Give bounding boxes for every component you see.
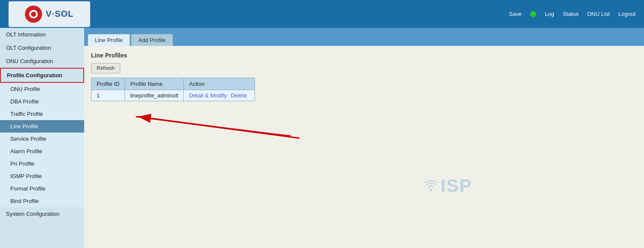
profile-table: Profile ID Profile Name Action 1 linepro… [91, 78, 255, 101]
sidebar-item-igmp-profile[interactable]: IGMP Profile [0, 170, 84, 182]
sidebar-group-profile-configuration[interactable]: Profile Configuration [0, 68, 84, 83]
sidebar-item-format-profile[interactable]: Format Profile [0, 182, 84, 195]
cell-action: Detail & Modify Delete [184, 90, 255, 101]
cell-profile-name: lineprofile_adminolt [125, 90, 184, 101]
cell-profile-id: 1 [91, 90, 125, 101]
onu-list-link[interactable]: ONU List [587, 11, 610, 17]
sidebar-item-traffic-profile[interactable]: Traffic Profile [0, 108, 84, 120]
wifi-icon [423, 179, 439, 192]
sidebar-item-alarm-profile[interactable]: Alarm Profile [0, 145, 84, 157]
tab-add-profile[interactable]: Add Profile [131, 34, 173, 46]
sidebar-item-olt-information[interactable]: OLT Information [0, 28, 84, 41]
annotation-arrow [84, 46, 644, 248]
sidebar-item-pri-profile[interactable]: Pri Profile [0, 157, 84, 170]
main-content: Line Profile Add Profile Line Profiles R [84, 28, 644, 248]
logout-link[interactable]: Logout [618, 11, 635, 17]
svg-point-2 [430, 189, 432, 191]
table-row: 1 lineprofile_adminolt Detail & Modify D… [91, 90, 255, 101]
delete-link[interactable]: Delete [231, 92, 247, 99]
sidebar-item-system-configuration[interactable]: System Configuration [0, 207, 84, 221]
section-title: Line Profiles [91, 52, 637, 59]
tab-bar: Line Profile Add Profile [84, 28, 644, 46]
sidebar-item-dba-profile[interactable]: DBA Profile [0, 95, 84, 108]
isp-watermark: ISP [423, 175, 472, 196]
sidebar-item-olt-configuration[interactable]: OLT Configuration [0, 41, 84, 54]
sidebar-item-service-profile[interactable]: Service Profile [0, 133, 84, 145]
col-header-action: Action [184, 78, 255, 90]
col-header-profile-id: Profile ID [91, 78, 125, 90]
col-header-profile-name: Profile Name [125, 78, 184, 90]
tab-line-profile[interactable]: Line Profile [88, 34, 130, 46]
status-indicator [530, 11, 536, 17]
sidebar: OLT Information OLT Configuration ONU Co… [0, 28, 84, 248]
header-links: Log Status ONU List Logout [545, 11, 635, 17]
content-area: Line Profiles Refresh Profile ID Profile… [84, 46, 644, 248]
save-button[interactable]: Save [509, 11, 522, 17]
sidebar-item-bind-profile[interactable]: Bind Profile [0, 195, 84, 207]
sidebar-item-onu-profile[interactable]: ONU Profile [0, 83, 84, 95]
isp-text: ISP [440, 175, 472, 196]
detail-modify-link[interactable]: Detail & Modify [189, 92, 226, 99]
vsol-logo-icon [25, 6, 42, 23]
status-link[interactable]: Status [563, 11, 579, 17]
logo-area: V·SOL [9, 1, 90, 27]
logo-text: V·SOL [46, 9, 73, 19]
sidebar-item-line-profile[interactable]: Line Profile [0, 120, 84, 133]
header-right: Save Log Status ONU List Logout [509, 11, 635, 17]
log-link[interactable]: Log [545, 11, 554, 17]
main-layout: OLT Information OLT Configuration ONU Co… [0, 28, 644, 248]
header: V·SOL Save Log Status ONU List Logout [0, 0, 644, 28]
refresh-button[interactable]: Refresh [91, 63, 120, 73]
svg-line-1 [136, 117, 299, 138]
sidebar-item-onu-configuration[interactable]: ONU Configuration [0, 54, 84, 68]
